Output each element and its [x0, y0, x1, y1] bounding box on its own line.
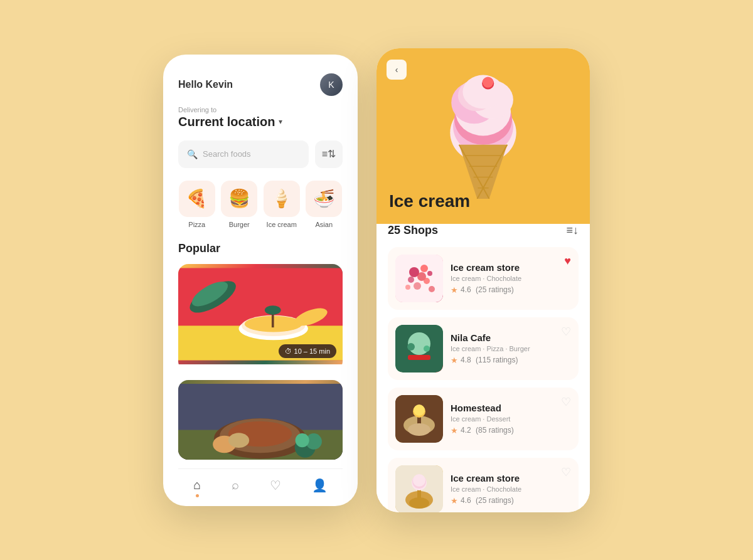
- svg-point-45: [405, 285, 410, 290]
- svg-point-55: [408, 423, 430, 436]
- svg-point-19: [228, 433, 249, 448]
- burger-icon-box: 🍔: [221, 181, 257, 217]
- shop-info-1: Ice cream store Ice cream · Chocholate ★…: [451, 262, 557, 295]
- svg-point-8: [265, 305, 281, 315]
- category-icecream[interactable]: 🍦 Ice cream: [263, 181, 301, 228]
- svg-point-64: [413, 474, 425, 487]
- shop-card-4[interactable]: Ice cream store Ice cream · Chocholate ★…: [388, 458, 579, 512]
- svg-point-50: [407, 343, 415, 351]
- shop-info-3: Homestead Ice cream · Dessert ★ 4.2 (85 …: [451, 403, 553, 435]
- shop-image-3: [395, 395, 443, 443]
- asian-label: Asian: [315, 221, 333, 228]
- delivery-badge-1: ⏱ 10 – 15 min: [279, 344, 336, 358]
- user-name: Kevin: [206, 79, 233, 90]
- shop-tags-4: Ice cream · Chocholate: [451, 485, 553, 493]
- burger-label: Burger: [229, 221, 250, 228]
- food-card-1[interactable]: ⏱ 10 – 15 min Milano State Cafe ★ 4.7 He…: [178, 264, 343, 372]
- shop-tags-3: Ice cream · Dessert: [451, 415, 553, 423]
- shop-name-4: Ice cream store: [451, 473, 553, 483]
- category-asian[interactable]: 🍜 Asian: [306, 181, 343, 228]
- delivering-label: Delivering to: [178, 106, 343, 114]
- shop-card-3[interactable]: Homestead Ice cream · Dessert ★ 4.2 (85 …: [388, 388, 579, 450]
- favorite-button-3[interactable]: ♡: [561, 395, 571, 409]
- food-card-2-svg: [178, 380, 343, 459]
- favorite-button-2[interactable]: ♡: [561, 325, 571, 339]
- shop-name-1: Ice cream store: [451, 262, 557, 273]
- avatar[interactable]: K: [320, 73, 343, 96]
- shop-image-1: [395, 255, 443, 302]
- phone-right: ‹: [376, 48, 590, 512]
- svg-rect-49: [408, 355, 430, 360]
- search-nav-icon: ⌕: [232, 478, 239, 492]
- home-icon: ⌂: [193, 478, 201, 492]
- svg-point-41: [408, 277, 414, 283]
- nav-profile[interactable]: 👤: [312, 478, 328, 497]
- pizza-label: Pizza: [188, 221, 205, 228]
- card-name-1: Milano State Cafe: [178, 369, 343, 372]
- icecream-icon-box: 🍦: [264, 181, 300, 217]
- star-icon: ★: [451, 426, 458, 435]
- svg-point-39: [420, 265, 428, 272]
- icecream-label: Ice cream: [267, 221, 297, 228]
- clock-icon: ⏱: [285, 347, 292, 355]
- svg-point-57: [414, 404, 425, 416]
- filter-button[interactable]: ≡⇅: [315, 140, 343, 168]
- location-text: Current location: [178, 115, 275, 129]
- shop-rating-2: ★ 4.8 (115 ratings): [451, 356, 553, 365]
- favorite-button-1[interactable]: ♥: [564, 255, 571, 268]
- svg-point-61: [409, 497, 429, 509]
- card-info-1: Milano State Cafe ★ 4.7 Healthy · Breakf…: [178, 364, 343, 372]
- star-icon: ★: [451, 285, 458, 295]
- shop-card-2[interactable]: Nila Cafe Ice cream · Pizza · Burger ★ 4…: [388, 317, 579, 380]
- category-pizza[interactable]: 🍕 Pizza: [178, 181, 216, 228]
- shops-panel: 25 Shops ≡↓: [376, 211, 590, 512]
- shop-rating-1: ★ 4.6 (25 ratings): [451, 285, 557, 295]
- category-burger[interactable]: 🍔 Burger: [221, 181, 259, 228]
- nav-search[interactable]: ⌕: [232, 478, 239, 497]
- shop-card-1[interactable]: Ice cream store Ice cream · Chocholate ★…: [388, 247, 579, 310]
- nav-favorites[interactable]: ♡: [270, 478, 281, 497]
- favorite-button-4[interactable]: ♡: [561, 465, 571, 479]
- star-icon: ★: [451, 356, 458, 365]
- shop-info-4: Ice cream store Ice cream · Chocholate ★…: [451, 473, 553, 505]
- greeting-text: Hello Kevin: [178, 79, 233, 90]
- food-card-2[interactable]: [178, 380, 343, 459]
- shops-count: 25 Shops: [388, 224, 438, 237]
- phones-container: Hello Kevin K Delivering to Current loca…: [163, 48, 590, 512]
- profile-nav-icon: 👤: [312, 478, 328, 493]
- filter-icon: ≡⇅: [322, 148, 336, 160]
- svg-point-36: [483, 77, 493, 87]
- back-button[interactable]: ‹: [387, 60, 407, 80]
- ice-cream-hero: ‹: [376, 48, 590, 224]
- shop-tags-2: Ice cream · Pizza · Burger: [451, 345, 553, 352]
- chevron-down-icon: ▾: [279, 117, 282, 126]
- food-card-2-image: [178, 380, 343, 459]
- search-icon: 🔍: [187, 149, 198, 159]
- header-row: Hello Kevin K: [178, 73, 343, 96]
- shop-info-2: Nila Cafe Ice cream · Pizza · Burger ★ 4…: [451, 332, 553, 365]
- svg-point-51: [424, 346, 430, 352]
- location-row[interactable]: Current location ▾: [178, 115, 343, 129]
- asian-icon-box: 🍜: [306, 181, 342, 217]
- shop-name-2: Nila Cafe: [451, 332, 553, 343]
- popular-title: Popular: [178, 242, 343, 255]
- shop-tags-1: Ice cream · Chocholate: [451, 275, 557, 282]
- svg-point-17: [296, 433, 309, 447]
- svg-point-46: [429, 286, 435, 292]
- phone-left: Hello Kevin K Delivering to Current loca…: [163, 55, 358, 506]
- shop-rating-4: ★ 4.6 (25 ratings): [451, 496, 553, 505]
- search-input[interactable]: 🔍 Search foods: [178, 140, 309, 168]
- nav-home[interactable]: ⌂: [193, 478, 201, 497]
- hello-label: Hello: [178, 79, 206, 90]
- categories-row: 🍕 Pizza 🍔 Burger 🍦 Ice cream 🍜 Asian: [178, 181, 343, 228]
- search-row: 🔍 Search foods ≡⇅: [178, 140, 343, 168]
- back-icon: ‹: [395, 65, 398, 75]
- sort-icon[interactable]: ≡↓: [566, 224, 579, 237]
- heart-nav-icon: ♡: [270, 478, 281, 493]
- search-placeholder-text: Search foods: [203, 149, 251, 159]
- svg-point-44: [427, 271, 432, 276]
- nav-active-dot: [196, 494, 199, 497]
- shop-name-3: Homestead: [451, 403, 553, 413]
- food-card-1-image: ⏱ 10 – 15 min: [178, 264, 343, 364]
- shop-image-2: [395, 325, 443, 372]
